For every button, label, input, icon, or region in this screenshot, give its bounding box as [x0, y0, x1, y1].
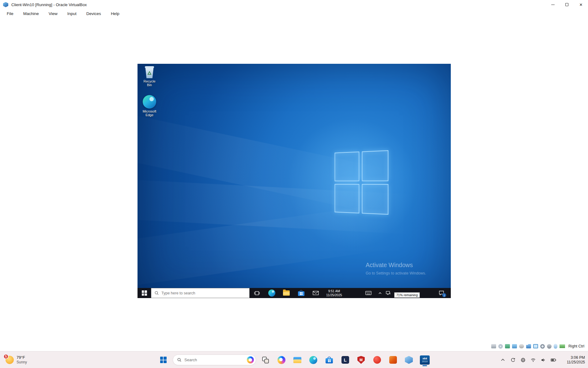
- battery-tooltip: 71% remaining: [394, 292, 420, 298]
- guest-mail-button[interactable]: [308, 288, 323, 298]
- search-icon: [154, 291, 159, 295]
- recording-icon[interactable]: [540, 344, 545, 349]
- weather-alert-badge: 5: [3, 354, 9, 359]
- host-task-view-button[interactable]: [259, 354, 272, 366]
- file-explorer-icon: [293, 357, 301, 363]
- weather-widget-button[interactable]: 5 79°F Sunny: [6, 351, 27, 368]
- tray-wifi-button[interactable]: [530, 356, 537, 364]
- red-app-icon: [373, 356, 381, 364]
- edge-icon: [143, 95, 156, 109]
- host-office-button[interactable]: [386, 354, 399, 366]
- vm-window-button[interactable]: x64 2019: [418, 354, 431, 366]
- vm-window-thumbnail: x64 2019: [420, 355, 430, 365]
- menu-help[interactable]: Help: [107, 10, 124, 17]
- task-view-icon: [262, 356, 269, 364]
- host-taskbar: 5 79°F Sunny: [0, 351, 588, 368]
- edge-icon: [309, 356, 317, 364]
- maximize-icon: [565, 3, 568, 6]
- guest-touch-keyboard-button[interactable]: [364, 288, 373, 298]
- mouse-integration-icon[interactable]: [554, 344, 557, 349]
- microsoft-store-icon: [298, 290, 304, 296]
- host-key-label: Right Ctrl: [568, 344, 584, 348]
- menu-devices[interactable]: Devices: [82, 10, 105, 17]
- weather-condition: Sunny: [17, 360, 27, 365]
- mail-icon: [313, 291, 319, 295]
- tray-chevron-button[interactable]: [499, 356, 507, 364]
- desktop-icon-label: Recycle Bin: [141, 79, 158, 87]
- network-adapters-icon[interactable]: [512, 344, 517, 348]
- menu-view[interactable]: View: [44, 10, 62, 17]
- microsoft-store-icon: [326, 357, 333, 363]
- sync-icon: [510, 357, 516, 363]
- guest-edge-taskbar-button[interactable]: [264, 288, 279, 298]
- windows-start-icon: [160, 357, 167, 363]
- guest-action-center-button[interactable]: 1: [436, 288, 447, 298]
- host-search-box[interactable]: [173, 355, 256, 365]
- desktop-icon-recycle-bin[interactable]: Recycle Bin: [141, 66, 158, 87]
- host-start-button[interactable]: [157, 354, 170, 366]
- audio-icon[interactable]: [505, 344, 510, 348]
- tray-sync-button[interactable]: [509, 356, 517, 364]
- close-icon: ✕: [579, 3, 583, 7]
- session-features-icon[interactable]: [547, 344, 552, 349]
- guest-search-input[interactable]: [161, 291, 238, 295]
- task-view-icon: [254, 291, 260, 296]
- host-red-app-button[interactable]: [371, 354, 383, 366]
- tray-network-button[interactable]: [519, 356, 527, 364]
- host-store-button[interactable]: [323, 354, 336, 366]
- menu-machine[interactable]: Machine: [19, 10, 43, 17]
- tray-battery-button[interactable]: [550, 356, 557, 364]
- windows-start-icon: [142, 290, 147, 296]
- hard-disks-icon[interactable]: [491, 344, 496, 348]
- menu-input[interactable]: Input: [63, 10, 81, 17]
- host-file-explorer-button[interactable]: [291, 354, 304, 366]
- battery-icon: [551, 358, 556, 362]
- guest-file-explorer-button[interactable]: [279, 288, 294, 298]
- minimize-button[interactable]: [546, 0, 560, 9]
- guest-clock[interactable]: 9:51 AM 11/25/2025: [323, 288, 345, 298]
- weather-temperature: 79°F: [17, 355, 27, 360]
- keyboard-capture-icon[interactable]: [560, 344, 565, 348]
- host-system-tray: 3:06 PM 11/25/2025: [499, 351, 585, 368]
- vbox-menubar: File Machine View Input Devices Help: [0, 9, 588, 18]
- optical-drives-icon[interactable]: [498, 344, 503, 349]
- office-icon: [389, 356, 397, 364]
- copilot-search-icon[interactable]: [247, 356, 254, 363]
- network-icon: [386, 291, 391, 295]
- host-mcafee-button[interactable]: M: [355, 354, 368, 366]
- guest-store-button[interactable]: [294, 288, 308, 298]
- host-l-app-button[interactable]: L: [339, 354, 352, 366]
- tray-volume-button[interactable]: [540, 356, 547, 364]
- shared-folders-icon[interactable]: [526, 344, 531, 348]
- guest-start-button[interactable]: [138, 288, 151, 298]
- recycle-bin-icon: [144, 66, 155, 79]
- globe-icon: [520, 357, 526, 363]
- maximize-button[interactable]: [560, 0, 574, 9]
- vm-display[interactable]: Recycle Bin Microsoft Edge Activate Wind…: [138, 64, 451, 298]
- display-icon[interactable]: [533, 344, 538, 348]
- guest-network-tray-button[interactable]: [385, 288, 392, 298]
- desktop-icon-microsoft-edge[interactable]: Microsoft Edge: [141, 95, 158, 117]
- host-copilot-button[interactable]: [275, 354, 288, 366]
- host-search-input[interactable]: [184, 358, 244, 362]
- minimize-icon: [551, 5, 555, 5]
- guest-tray-chevron-button[interactable]: [377, 288, 383, 298]
- vbox-statusbar: Right Ctrl: [0, 342, 588, 350]
- notification-badge: 1: [442, 293, 446, 297]
- vbox-titlebar: Client-Win10 [Running] - Oracle VirtualB…: [0, 0, 588, 9]
- menu-file[interactable]: File: [2, 10, 18, 17]
- host-edge-button[interactable]: [307, 354, 320, 366]
- active-window-indicator: [423, 365, 427, 366]
- screen: Client-Win10 [Running] - Oracle VirtualB…: [0, 0, 588, 368]
- guest-search-box[interactable]: [151, 288, 250, 298]
- guest-task-view-button[interactable]: [250, 288, 264, 298]
- host-virtualbox-button[interactable]: [402, 354, 415, 366]
- usb-devices-icon[interactable]: [519, 344, 524, 348]
- host-clock[interactable]: 3:06 PM 11/25/2025: [560, 355, 585, 365]
- vm-window-label: x64: [422, 357, 427, 360]
- volume-icon: [541, 358, 546, 362]
- host-time: 3:06 PM: [560, 355, 585, 360]
- close-button[interactable]: ✕: [574, 0, 588, 9]
- search-icon: [177, 358, 182, 362]
- host-taskbar-center: L M x64 2019: [157, 351, 431, 368]
